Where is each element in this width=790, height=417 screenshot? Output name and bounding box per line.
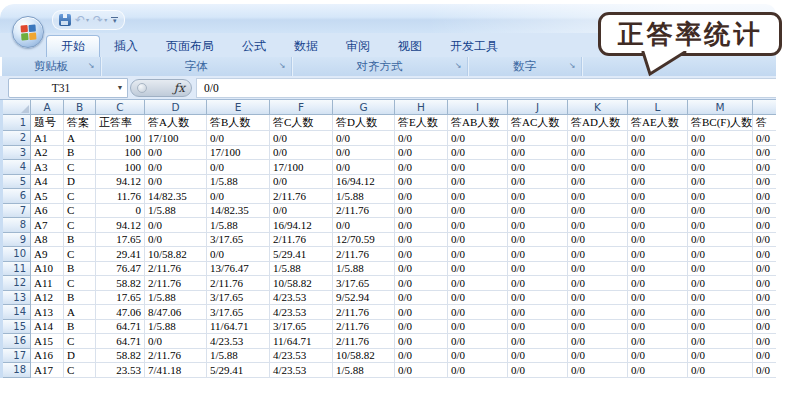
- column-header-M[interactable]: M: [688, 100, 753, 115]
- cell-I18[interactable]: 0/0: [448, 363, 508, 378]
- cell-G11[interactable]: 1/5.88: [333, 262, 395, 277]
- cell-E1[interactable]: 答B人数: [207, 115, 270, 131]
- cell-C11[interactable]: 76.47: [96, 262, 145, 277]
- redo-button[interactable]: ↷ ▾: [93, 14, 107, 26]
- cell-I15[interactable]: 0/0: [448, 320, 508, 335]
- cell-B10[interactable]: C: [64, 247, 96, 262]
- cell-B16[interactable]: C: [64, 334, 96, 349]
- cell-A8[interactable]: A7: [31, 218, 64, 233]
- cell-G6[interactable]: 1/5.88: [333, 189, 395, 204]
- insert-function-button[interactable]: ƒx: [174, 81, 185, 95]
- cell-L10[interactable]: 0/0: [628, 247, 688, 262]
- tab-developer[interactable]: 开发工具: [436, 36, 512, 57]
- cell-M3[interactable]: 0/0: [688, 146, 753, 161]
- cell-E13[interactable]: 3/17.65: [207, 291, 270, 306]
- cell-E15[interactable]: 11/64.71: [207, 320, 270, 335]
- cell-M13[interactable]: 0/0: [688, 291, 753, 306]
- cell-I8[interactable]: 0/0: [448, 218, 508, 233]
- cell-C7[interactable]: 0: [96, 204, 145, 219]
- cell-J16[interactable]: 0/0: [508, 334, 568, 349]
- cell-L8[interactable]: 0/0: [628, 218, 688, 233]
- cell-M15[interactable]: 0/0: [688, 320, 753, 335]
- cell-J17[interactable]: 0/0: [508, 349, 568, 364]
- column-header-J[interactable]: J: [508, 100, 568, 115]
- cell-N6[interactable]: 0/0: [753, 189, 776, 204]
- cell-I7[interactable]: 0/0: [448, 204, 508, 219]
- cell-C4[interactable]: 100: [96, 160, 145, 175]
- cell-A11[interactable]: A10: [31, 262, 64, 277]
- cell-G3[interactable]: 0/0: [333, 146, 395, 161]
- cell-E18[interactable]: 5/29.41: [207, 363, 270, 378]
- cell-A7[interactable]: A6: [31, 204, 64, 219]
- cell-K3[interactable]: 0/0: [568, 146, 628, 161]
- cell-J9[interactable]: 0/0: [508, 233, 568, 248]
- cell-B6[interactable]: C: [64, 189, 96, 204]
- cell-B11[interactable]: B: [64, 262, 96, 277]
- tab-view[interactable]: 视图: [384, 36, 436, 57]
- cell-N14[interactable]: 0/0: [753, 305, 776, 320]
- customize-quick-access-button[interactable]: ▾: [111, 17, 118, 24]
- cell-M5[interactable]: 0/0: [688, 175, 753, 190]
- cell-B12[interactable]: C: [64, 276, 96, 291]
- cell-D19[interactable]: [145, 378, 207, 379]
- cell-A3[interactable]: A2: [31, 146, 64, 161]
- select-all-corner[interactable]: [3, 100, 31, 115]
- cell-D13[interactable]: 1/5.88: [145, 291, 207, 306]
- cell-D2[interactable]: 17/100: [145, 131, 207, 146]
- cell-I10[interactable]: 0/0: [448, 247, 508, 262]
- cell-B15[interactable]: B: [64, 320, 96, 335]
- cell-N19[interactable]: [753, 378, 776, 379]
- cell-K13[interactable]: 0/0: [568, 291, 628, 306]
- column-header-L[interactable]: L: [628, 100, 688, 115]
- cell-H16[interactable]: 0/0: [395, 334, 448, 349]
- cell-H14[interactable]: 0/0: [395, 305, 448, 320]
- column-header-H[interactable]: H: [395, 100, 448, 115]
- cell-K14[interactable]: 0/0: [568, 305, 628, 320]
- row-header-13[interactable]: 13: [3, 291, 31, 306]
- column-header-B[interactable]: B: [64, 100, 96, 115]
- row-header-17[interactable]: 17: [3, 349, 31, 364]
- cell-A15[interactable]: A14: [31, 320, 64, 335]
- cell-K17[interactable]: 0/0: [568, 349, 628, 364]
- row-header-5[interactable]: 5: [3, 175, 31, 190]
- cell-J11[interactable]: 0/0: [508, 262, 568, 277]
- cell-C6[interactable]: 11.76: [96, 189, 145, 204]
- cell-K16[interactable]: 0/0: [568, 334, 628, 349]
- cell-L18[interactable]: 0/0: [628, 363, 688, 378]
- cell-D8[interactable]: 0/0: [145, 218, 207, 233]
- cell-L16[interactable]: 0/0: [628, 334, 688, 349]
- cell-A14[interactable]: A13: [31, 305, 64, 320]
- column-header-A[interactable]: A: [31, 100, 64, 115]
- cell-E2[interactable]: 0/0: [207, 131, 270, 146]
- cell-G2[interactable]: 0/0: [333, 131, 395, 146]
- cell-L12[interactable]: 0/0: [628, 276, 688, 291]
- row-header-9[interactable]: 9: [3, 233, 31, 248]
- column-header-N[interactable]: N: [753, 100, 776, 115]
- row-header-19[interactable]: 19: [3, 378, 31, 379]
- cell-M8[interactable]: 0/0: [688, 218, 753, 233]
- cell-F18[interactable]: 4/23.53: [270, 363, 333, 378]
- cell-M6[interactable]: 0/0: [688, 189, 753, 204]
- cell-G8[interactable]: 0/0: [333, 218, 395, 233]
- cell-B4[interactable]: C: [64, 160, 96, 175]
- formula-input[interactable]: 0/0: [196, 78, 776, 98]
- cell-F14[interactable]: 4/23.53: [270, 305, 333, 320]
- cell-H2[interactable]: 0/0: [395, 131, 448, 146]
- cell-C14[interactable]: 47.06: [96, 305, 145, 320]
- cell-M7[interactable]: 0/0: [688, 204, 753, 219]
- cell-A13[interactable]: A12: [31, 291, 64, 306]
- cell-N9[interactable]: 0/0: [753, 233, 776, 248]
- cell-C2[interactable]: 100: [96, 131, 145, 146]
- cell-C5[interactable]: 94.12: [96, 175, 145, 190]
- cell-H11[interactable]: 0/0: [395, 262, 448, 277]
- cell-N17[interactable]: 0/0: [753, 349, 776, 364]
- cell-H9[interactable]: 0/0: [395, 233, 448, 248]
- cell-I14[interactable]: 0/0: [448, 305, 508, 320]
- cell-F10[interactable]: 5/29.41: [270, 247, 333, 262]
- cell-B13[interactable]: B: [64, 291, 96, 306]
- cell-N15[interactable]: 0/0: [753, 320, 776, 335]
- cell-E7[interactable]: 14/82.35: [207, 204, 270, 219]
- cell-I13[interactable]: 0/0: [448, 291, 508, 306]
- cell-J12[interactable]: 0/0: [508, 276, 568, 291]
- cell-H10[interactable]: 0/0: [395, 247, 448, 262]
